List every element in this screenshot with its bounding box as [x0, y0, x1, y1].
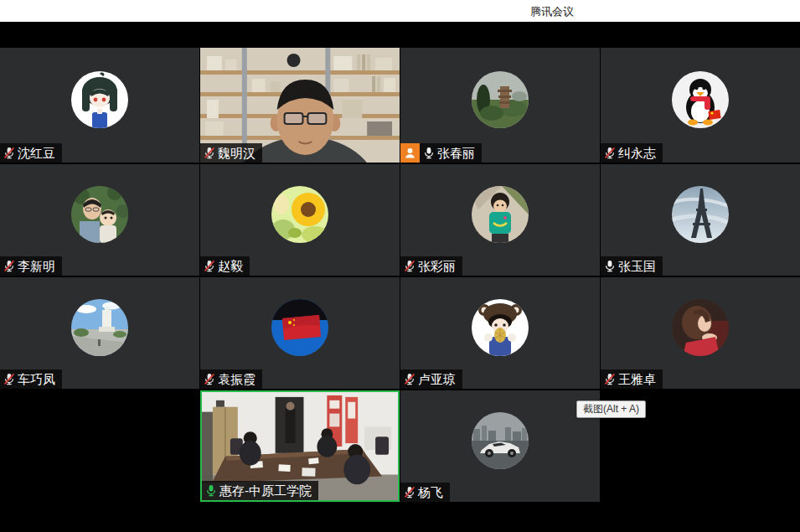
participant-name: 沈红豆	[18, 143, 55, 163]
titlebar: 腾讯会议	[0, 0, 800, 22]
participant-name: 袁振霞	[218, 369, 255, 389]
name-label: 李新明	[0, 256, 62, 276]
participant-tile-11[interactable]: 卢亚琼	[400, 277, 600, 389]
participant-tile-8[interactable]: 张玉国	[601, 164, 800, 276]
avatar-kid-green	[472, 186, 529, 243]
participant-tile-4[interactable]: 纠永志	[601, 48, 800, 163]
mic-muted-icon	[204, 260, 215, 272]
name-label: 惠存-中原工学院	[202, 481, 318, 500]
participant-tile-10[interactable]: 袁振霞	[200, 277, 400, 389]
participant-tile-5[interactable]: 李新明	[0, 164, 199, 276]
mic-muted-icon	[404, 373, 415, 385]
avatar-landscape-pagoda	[472, 71, 529, 128]
participant-name: 王雅卓	[618, 369, 656, 389]
mic-muted-icon	[204, 147, 215, 159]
participant-tile-14[interactable]: 杨飞	[400, 390, 600, 502]
mic-muted-icon	[3, 260, 15, 272]
participant-name: 纠永志	[618, 143, 656, 163]
avatar-lady-red	[672, 299, 729, 356]
mic-muted-icon	[404, 260, 415, 272]
participant-name: 车巧凤	[18, 369, 55, 389]
name-label: 张春丽	[420, 143, 482, 163]
name-label: 赵毅	[200, 256, 250, 276]
participant-name: 张春丽	[437, 143, 475, 163]
mic-on-icon	[423, 147, 435, 159]
avatar-dad-baby	[71, 186, 128, 243]
participant-name: 魏明汉	[218, 143, 255, 163]
person-icon	[403, 146, 417, 160]
participant-tile-7[interactable]: 张彩丽	[400, 164, 600, 276]
avatar-sunflower	[271, 186, 328, 243]
name-label: 袁振霞	[200, 369, 262, 389]
participant-name: 张玉国	[618, 256, 656, 276]
mic-muted-icon	[404, 486, 415, 498]
mic-muted-icon	[3, 147, 15, 159]
participant-tile-13[interactable]: 惠存-中原工学院	[200, 390, 400, 502]
avatar-plaza	[71, 299, 128, 356]
screenshot-tooltip: 截图(Alt + A)	[576, 400, 646, 418]
mic-on-icon	[604, 260, 616, 272]
participant-tile-6[interactable]: 赵毅	[200, 164, 400, 276]
mic-muted-icon	[204, 373, 215, 385]
avatar-white-car	[472, 412, 529, 469]
mic-muted-icon	[604, 373, 616, 385]
participant-tile-9[interactable]: 车巧凤	[0, 277, 199, 389]
host-badge	[400, 143, 420, 163]
participant-grid: 沈红豆	[0, 48, 800, 502]
avatar-anime-girl	[71, 71, 128, 128]
participant-name: 张彩丽	[418, 256, 456, 276]
meeting-window: 腾讯会议 沈红豆	[0, 0, 800, 532]
name-label: 张玉国	[601, 256, 663, 276]
name-label: 王雅卓	[601, 369, 663, 389]
participant-name: 卢亚琼	[418, 369, 456, 389]
name-label: 沈红豆	[0, 143, 62, 163]
avatar-chibi-hat	[472, 299, 529, 356]
name-label: 纠永志	[601, 143, 663, 163]
participant-name: 赵毅	[218, 256, 243, 276]
name-label: 卢亚琼	[400, 369, 462, 389]
name-label: 杨飞	[400, 483, 450, 502]
avatar-eiffel-tower	[672, 186, 729, 243]
participant-name: 李新明	[18, 256, 55, 276]
participant-tile-12[interactable]: 王雅卓	[601, 277, 800, 389]
participant-tile-2[interactable]: 魏明汉	[200, 48, 400, 163]
participant-name: 惠存-中原工学院	[219, 481, 312, 500]
avatar-qq-penguin	[672, 71, 729, 128]
avatar-red-flag	[271, 299, 328, 356]
window-title: 腾讯会议	[530, 4, 574, 19]
name-label: 张彩丽	[400, 256, 462, 276]
name-label: 魏明汉	[200, 143, 262, 163]
participant-name: 杨飞	[418, 483, 443, 502]
name-label: 车巧凤	[0, 369, 62, 389]
mic-muted-icon	[604, 147, 616, 159]
participant-tile-1[interactable]: 沈红豆	[0, 48, 199, 163]
mic-muted-icon	[3, 373, 15, 385]
participant-tile-3[interactable]: 张春丽	[400, 48, 600, 163]
mic-speaking-icon	[205, 484, 217, 497]
